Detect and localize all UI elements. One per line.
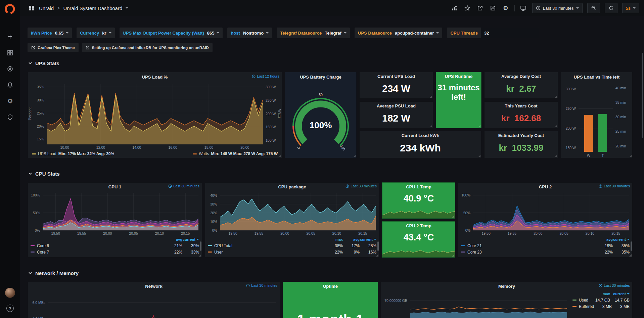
panel-title[interactable]: UPS Load % — [142, 75, 168, 80]
cpu-package-chart[interactable]: 19:5019:5520:0020:0520:1020:150%10%20%30… — [205, 191, 379, 236]
panel-time-range[interactable]: Last 30 minutes — [346, 184, 377, 188]
gear-glyph: ⚙ — [503, 5, 508, 11]
panel-title[interactable]: Memory — [498, 284, 515, 289]
legend-column-header[interactable]: max — [591, 292, 610, 296]
star-icon[interactable] — [463, 4, 471, 12]
variable-value-dropdown[interactable]: kr — [102, 31, 111, 36]
variable-value-dropdown[interactable]: apcupsd-container — [395, 31, 439, 36]
section-ups-stats[interactable]: UPS Stats — [28, 59, 637, 67]
legend-series[interactable]: Buffered — [572, 304, 594, 309]
load-vs-time-chart[interactable]: 150 W200 W250 W300 W20 min25 min30 min35… — [561, 82, 632, 158]
dashboard-link[interactable]: Setting up Grafana and InfluxDB for UPS … — [82, 43, 213, 52]
create-plus-icon[interactable] — [0, 30, 20, 43]
legend-item[interactable]: WattsMin: 148 W Max: 278 W Avg: 175 W — [193, 151, 278, 156]
legend-column-header[interactable]: current — [610, 292, 630, 296]
dashboard-dropdown-caret[interactable] — [126, 7, 128, 9]
refresh-icon[interactable] — [605, 3, 617, 13]
legend-series[interactable]: CPU Total — [208, 243, 326, 248]
legend-series[interactable]: Core 21 — [461, 243, 596, 248]
panel-title[interactable]: Current Load kWh — [402, 133, 440, 138]
panel-title[interactable]: UPS Load vs Time left — [574, 75, 619, 80]
panel-title[interactable]: CPU 2 Temp — [406, 223, 431, 228]
panel-title[interactable]: UPS Battery Charge — [300, 75, 341, 80]
variable-value-dropdown[interactable]: Nostromo — [243, 31, 269, 36]
stat-value: 43.4 °C — [382, 232, 455, 243]
breadcrumb-folder[interactable]: Unraid — [39, 5, 54, 11]
dashboard-settings-gear-icon[interactable]: ⚙ — [502, 4, 510, 12]
variable-caret — [66, 32, 68, 34]
alerting-bell-icon[interactable] — [0, 79, 20, 91]
panel-time-range[interactable]: Last 30 minutes — [599, 283, 630, 287]
legend-series-name: Core 6 — [37, 243, 49, 248]
share-icon[interactable] — [476, 4, 484, 12]
variable-value-input[interactable]: 32 — [481, 28, 539, 38]
legend-column-header[interactable]: max — [326, 237, 343, 241]
panel-title[interactable]: This Years Cost — [505, 103, 537, 108]
cpu2-chart[interactable]: 19:5019:5520:0020:0520:1020:150%50%100% — [458, 191, 632, 236]
panel-title[interactable]: CPU 1 Temp — [406, 184, 431, 189]
x-tick-label: 20:15 — [608, 231, 624, 236]
dashboard-grid-icon[interactable] — [28, 4, 36, 12]
panel-title[interactable]: CPU 2 — [539, 184, 552, 189]
user-avatar[interactable] — [5, 288, 15, 298]
configuration-gear-icon[interactable]: ⚙ — [0, 95, 20, 107]
panel-time-range[interactable]: Last 30 minutes — [599, 184, 630, 188]
save-icon[interactable] — [489, 4, 497, 12]
legend-scrollbar[interactable] — [377, 241, 379, 251]
grafana-logo[interactable] — [4, 3, 16, 15]
legend-series[interactable]: Core 23 — [461, 250, 596, 255]
dashboards-squares-icon[interactable] — [0, 46, 20, 59]
panel-title[interactable]: CPU 1 — [108, 184, 121, 189]
add-panel-icon[interactable] — [451, 4, 459, 12]
section-cpu-stats[interactable]: CPU Stats — [28, 170, 637, 178]
section-network-memory[interactable]: Network / Memory — [28, 269, 637, 277]
y-tick-label: 40% — [205, 193, 217, 198]
ups-load-chart[interactable]: 10:0012:0014:0016:0018:0020:0015%20%25%3… — [28, 82, 282, 150]
legend-row: Core 2322%35% — [461, 249, 630, 255]
section-title: UPS Stats — [35, 60, 59, 66]
panel-title[interactable]: Estimated Yearly Cost — [498, 133, 544, 138]
cpu1-legend: avgcurrentCore 621%39%Core 722%33% — [28, 236, 202, 257]
time-picker[interactable]: Last 30 minutes — [532, 3, 583, 13]
refresh-interval-picker[interactable]: 5s — [622, 3, 639, 13]
legend-column-header[interactable]: avg — [596, 237, 613, 241]
network-chart[interactable]: 2.0 MBs4.0 MBs6.0 MBs — [28, 290, 280, 318]
cpu-row: CPU 1 Last 30 minutes 19:5019:5520:0020:… — [28, 182, 637, 258]
legend-item[interactable]: UPS LoadMin: 17% Max: 32% Avg: 20% — [32, 151, 114, 156]
legend-scrollbar[interactable] — [631, 241, 632, 251]
zoom-out-icon[interactable] — [587, 3, 600, 13]
variable-value-dropdown[interactable]: 865 — [207, 31, 220, 36]
cpu1-chart[interactable]: 19:5019:5520:0020:0520:1020:150%50%100% — [28, 191, 202, 236]
panel-title[interactable]: Average Daily Cost — [501, 74, 541, 79]
page-scrollbar[interactable] — [642, 53, 643, 138]
panel-title[interactable]: UPS Runtime — [445, 74, 472, 79]
legend-series[interactable]: Core 7 — [31, 250, 166, 255]
panel-time-range[interactable]: Last 12 hours — [252, 74, 279, 78]
memory-chart[interactable]: 50.000000 GB60.000000 GB70.000000 GB — [381, 290, 570, 318]
legend-column-header[interactable]: current — [613, 237, 630, 241]
panel-time-range[interactable]: Last 30 minutes — [168, 184, 199, 188]
server-admin-shield-icon[interactable] — [0, 111, 20, 124]
panel-title[interactable]: Uptime — [323, 284, 338, 289]
legend-column-header[interactable]: avg — [343, 237, 360, 241]
panel-time-range[interactable]: Last 30 minutes — [246, 283, 277, 287]
legend-column-header[interactable]: current — [360, 237, 376, 241]
variable-value-dropdown[interactable]: Telegraf — [325, 31, 347, 36]
explore-compass-icon[interactable] — [0, 62, 20, 75]
dashboard-link[interactable]: Grafana Plex Theme — [28, 43, 79, 52]
legend-series[interactable]: Core 6 — [31, 243, 166, 248]
battery-gauge[interactable]: 050100100% — [285, 82, 356, 158]
variable-value-dropdown[interactable]: 0.65 — [55, 31, 68, 36]
legend-scrollbar[interactable] — [200, 241, 201, 251]
breadcrumb-dashboard-title[interactable]: Unraid System Dashboard — [63, 5, 122, 11]
legend-series[interactable]: Used — [572, 298, 591, 303]
help-icon[interactable]: ? — [0, 302, 20, 315]
panel-title[interactable]: Network — [145, 284, 162, 289]
legend-column-header[interactable]: current — [182, 237, 199, 241]
panel-title[interactable]: CPU package — [278, 184, 306, 189]
legend-series[interactable]: User — [208, 250, 326, 255]
legend-column-header[interactable]: avg — [166, 237, 182, 241]
panel-title[interactable]: Average PSU Load — [377, 103, 416, 108]
panel-title[interactable]: Current UPS Load — [377, 74, 415, 79]
cycle-view-monitor-icon[interactable] — [519, 4, 527, 12]
